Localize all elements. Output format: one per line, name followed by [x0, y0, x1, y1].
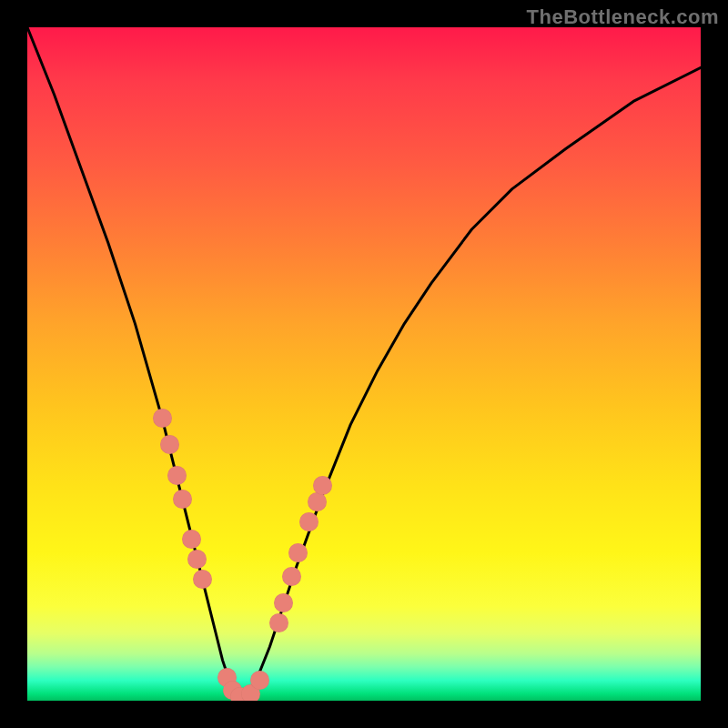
data-marker: [274, 593, 293, 612]
data-marker: [187, 550, 207, 569]
data-marker: [282, 567, 301, 586]
data-marker: [153, 409, 172, 428]
data-marker: [250, 671, 269, 690]
data-marker: [173, 490, 192, 509]
curve-svg: [27, 27, 701, 701]
watermark-text: TheBottleneck.com: [527, 5, 719, 29]
bottleneck-curve: [27, 27, 701, 697]
plot-area: [27, 27, 701, 701]
data-marker: [313, 476, 332, 495]
data-marker: [308, 492, 327, 511]
data-marker: [167, 466, 187, 485]
data-marker: [182, 530, 201, 549]
data-marker: [288, 543, 308, 562]
chart-frame: TheBottleneck.com: [0, 0, 728, 728]
